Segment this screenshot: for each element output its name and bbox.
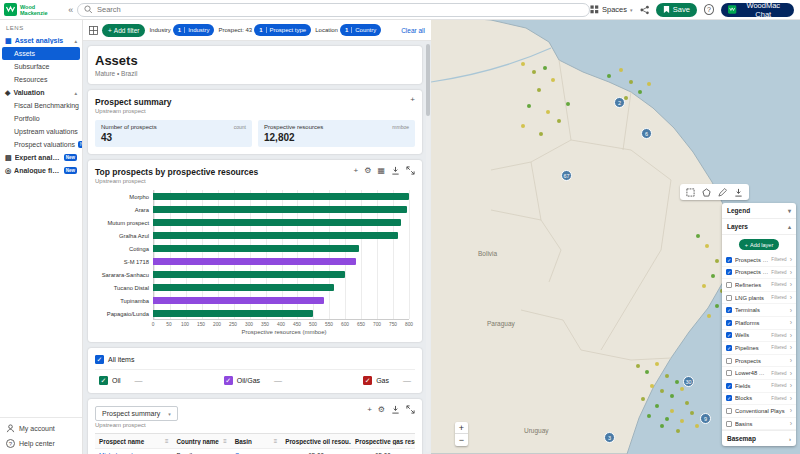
legend-header[interactable]: Legend ▾ [722, 203, 796, 219]
layer-terminals[interactable]: ✓Terminals› [722, 304, 796, 317]
all-items-checkbox[interactable]: ✓ All items [95, 355, 415, 370]
legend-checkbox[interactable]: ✓ [99, 376, 108, 385]
layer-prospects-c[interactable]: ✓Prospects (C...Filtered› [722, 254, 796, 267]
layer-checkbox[interactable]: ✓ [726, 345, 732, 351]
settings-gear-icon[interactable]: ⚙ [364, 167, 371, 175]
expand-icon[interactable] [406, 405, 415, 414]
search-input[interactable] [97, 5, 583, 14]
layer-checkbox[interactable] [726, 421, 732, 427]
layer-checkbox[interactable] [726, 408, 732, 414]
my-account-button[interactable]: My account [0, 421, 82, 436]
views-grid-icon[interactable] [89, 26, 98, 35]
column-header-country-name[interactable]: Country name≡ [173, 438, 231, 445]
layer-conventional-plays[interactable]: Conventional Plays› [722, 405, 796, 418]
add-to-workspace-icon[interactable]: + [410, 96, 415, 104]
woodmac-logo[interactable]: WoodMackenzie [4, 3, 64, 16]
add-icon[interactable]: + [354, 167, 359, 175]
sidebar-group-expert-analysis[interactable]: ▤Expert analysisNew [0, 151, 82, 164]
share-icon[interactable] [640, 5, 649, 15]
cluster-marker[interactable]: 6 [641, 128, 652, 139]
filter-chip-prospect-type[interactable]: 1Prospect type [254, 24, 311, 36]
woodmac-chat-button[interactable]: WoodMac Chat [721, 3, 794, 17]
scrollbar-thumb[interactable] [426, 44, 430, 116]
layer-basins[interactable]: Basins› [722, 418, 796, 431]
layer-checkbox[interactable] [726, 282, 732, 288]
clear-all-button[interactable]: Clear all [401, 27, 425, 34]
layer-checkbox[interactable]: ✓ [726, 383, 732, 389]
layer-wells[interactable]: ✓WellsFiltered› [722, 330, 796, 343]
search-bar[interactable] [77, 3, 590, 17]
legend-item-oil[interactable]: ✓Oil— [99, 376, 143, 385]
zoom-out-button[interactable]: − [455, 434, 468, 446]
cluster-marker[interactable]: 9 [700, 413, 711, 424]
column-header-prospect-name[interactable]: Prospect name≡ [95, 438, 173, 445]
layer-lower48-plays[interactable]: Lower48 PlaysFiltered› [722, 367, 796, 380]
legend-item-gas[interactable]: ✓Gas— [363, 376, 411, 385]
column-header-prospective-gas-reso[interactable]: Prospective gas reso...≡ [351, 438, 415, 445]
download-icon[interactable] [391, 166, 400, 175]
sidebar-item-upstream-valuations[interactable]: Upstream valuations [0, 125, 82, 138]
column-menu-icon[interactable]: ≡ [274, 438, 278, 444]
measure-pencil-icon[interactable] [718, 188, 727, 197]
download-icon[interactable] [391, 405, 400, 414]
layer-blocks[interactable]: ✓BlocksFiltered› [722, 393, 796, 406]
layer-checkbox[interactable] [726, 370, 732, 376]
layer-refineries[interactable]: RefineriesFiltered› [722, 279, 796, 292]
cluster-marker[interactable]: 30 [683, 376, 694, 387]
column-menu-icon[interactable]: ≡ [165, 438, 169, 444]
settings-gear-icon[interactable]: ⚙ [378, 406, 385, 414]
sidebar-item-assets[interactable]: Assets [2, 47, 80, 60]
cluster-marker[interactable]: 3 [604, 432, 615, 443]
add-filter-button[interactable]: + Add filter [102, 24, 145, 37]
help-info-icon[interactable]: ? [704, 4, 714, 15]
spaces-dropdown[interactable]: Spaces ▾ [590, 5, 633, 14]
column-menu-icon[interactable]: ≡ [223, 438, 227, 444]
table-view-icon[interactable]: ▦ [377, 167, 385, 175]
sidebar-group-valuation[interactable]: ◈Valuation▴ [0, 86, 82, 99]
layer-platforms[interactable]: ✓Platforms› [722, 317, 796, 330]
sidebar-item-fiscal-benchmarking[interactable]: Fiscal Benchmarking [0, 99, 82, 112]
filter-chip-industry[interactable]: 1Industry [173, 24, 215, 36]
layer-checkbox[interactable]: ✓ [726, 257, 732, 263]
layer-checkbox[interactable] [726, 295, 732, 301]
collapse-sidebar-icon[interactable]: « [68, 5, 73, 15]
layer-prospects[interactable]: Prospects› [722, 355, 796, 368]
select-box-icon[interactable] [686, 188, 695, 197]
layer-checkbox[interactable]: ✓ [726, 320, 732, 326]
layer-checkbox[interactable]: ✓ [726, 269, 732, 275]
column-header-basin[interactable]: Basin≡ [231, 438, 281, 445]
layer-checkbox[interactable]: ✓ [726, 332, 732, 338]
cluster-marker[interactable]: 2 [614, 97, 625, 108]
layers-header[interactable]: Layers ▴ [722, 219, 796, 235]
download-icon[interactable] [734, 188, 743, 197]
table-row[interactable]: MichelangeloBrazilCampos65.0065.00 [95, 449, 415, 454]
cluster-marker[interactable]: 67 [561, 170, 572, 181]
layer-checkbox[interactable]: ✓ [726, 395, 732, 401]
legend-item-oil-gas[interactable]: ✓Oil/Gas— [224, 376, 282, 385]
add-layer-button[interactable]: + Add layer [739, 239, 779, 250]
filter-chip-country[interactable]: 1Country [340, 24, 381, 36]
layer-prospects-p[interactable]: ✓Prospects (P...Filtered› [722, 267, 796, 280]
layer-checkbox[interactable]: ✓ [726, 307, 732, 313]
layer-fields[interactable]: ✓FieldsFiltered› [722, 380, 796, 393]
help-center-button[interactable]: ? Help center [0, 436, 82, 451]
sidebar-item-portfolio[interactable]: Portfolio [0, 112, 82, 125]
polygon-icon[interactable] [702, 188, 711, 197]
add-icon[interactable]: + [367, 406, 372, 414]
layer-checkbox[interactable] [726, 358, 732, 364]
content-scrollbar[interactable] [426, 44, 430, 452]
layer-lng-plants[interactable]: LNG plantsFiltered› [722, 292, 796, 305]
sidebar-item-prospect-valuations[interactable]: Prospect valuationsNew [0, 138, 82, 151]
legend-checkbox[interactable]: ✓ [363, 376, 372, 385]
layer-pipelines[interactable]: ✓PipelinesFiltered› [722, 342, 796, 355]
expand-icon[interactable] [406, 166, 415, 175]
sidebar-item-subsurface[interactable]: Subsurface [0, 60, 82, 73]
sidebar-item-resources[interactable]: Resources [0, 73, 82, 86]
save-button[interactable]: Save [656, 3, 697, 17]
basemap-row[interactable]: Basemap › [722, 430, 796, 446]
map[interactable]: 26673093BoliviaParaguayUruguay Legend ▾ … [431, 20, 800, 454]
sidebar-group-analogue-finder[interactable]: ◎Analogue finderNew [0, 164, 82, 177]
zoom-in-button[interactable]: + [455, 422, 468, 434]
sidebar-group-asset-analysis[interactable]: ▦Asset analysis▴ [0, 34, 82, 47]
legend-checkbox[interactable]: ✓ [224, 376, 233, 385]
